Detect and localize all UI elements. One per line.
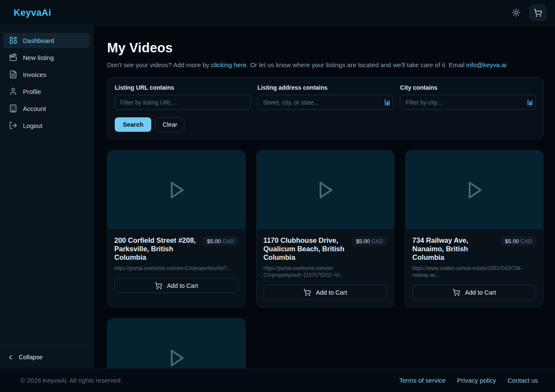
price-amount: $5.00 [356, 238, 370, 244]
listing-title: 1170 Clubhouse Drive, Qualicum Beach, Br… [263, 236, 348, 261]
video-cards-grid: 200 Corfield Street #208, Parksville, Br… [107, 150, 544, 307]
sidebar-item-account[interactable]: Account [3, 101, 90, 116]
sidebar-bottom: Collapse [0, 346, 93, 368]
listing-address-input[interactable] [258, 95, 394, 110]
add-to-cart-label: Add to Cart [316, 289, 347, 296]
video-thumbnail[interactable] [108, 318, 245, 368]
theme-toggle-button[interactable] [508, 5, 524, 20]
price-badge: $5.00 CAD [352, 236, 388, 246]
video-card: 1170 Clubhouse Drive, Qualicum Beach, Br… [256, 150, 395, 307]
clicking-here-link[interactable]: clicking here [211, 61, 246, 68]
listing-url: https://portal.onehome.com/en-CA/propert… [263, 265, 388, 278]
video-thumbnail[interactable] [257, 151, 394, 229]
email-link[interactable]: info@keyva.ai [466, 61, 506, 68]
header-actions [508, 5, 547, 21]
cart-icon [453, 289, 460, 296]
footer-links: Terms of service Privacy policy Contact … [399, 377, 538, 384]
app-header: KeyvaAi [0, 0, 555, 26]
cart-icon [303, 289, 311, 296]
clear-button[interactable]: Clear [155, 117, 184, 132]
price-amount: $5.00 [207, 238, 221, 244]
app-logo[interactable]: KeyvaAi [14, 7, 51, 18]
sidebar-item-label: Dashboard [23, 37, 54, 44]
collapse-label: Collapse [19, 354, 42, 361]
listing-url: https://portal.onehome.com/en-CA/propert… [114, 265, 231, 272]
filter-label: City contains [400, 84, 536, 91]
play-icon [164, 178, 189, 202]
main-content: My Videos Don't see your videos? Add mor… [93, 26, 555, 368]
cart-icon [534, 9, 542, 17]
add-to-cart-label: Add to Cart [465, 289, 496, 296]
price-currency: CAD [371, 238, 383, 244]
price-badge: $5.00 CAD [501, 236, 536, 246]
video-thumbnail[interactable] [108, 151, 245, 229]
sidebar-item-dashboard[interactable]: Dashboard [3, 33, 90, 48]
autofill-bars-icon [385, 99, 390, 105]
cart-icon [155, 282, 162, 290]
description-text: Don't see your videos? Add more by [107, 61, 211, 68]
sidebar-nav: Dashboard New listing Invoices [0, 26, 93, 140]
play-icon [462, 178, 487, 202]
price-currency: CAD [521, 238, 532, 244]
video-card: 734 Railway Ave, Nanaimo, British Columb… [405, 150, 544, 307]
page-footer: © 2026 KeyvaAi. All rights reserved. Ter… [0, 368, 555, 392]
add-to-cart-button[interactable]: Add to Cart [114, 278, 238, 293]
sidebar-item-profile[interactable]: Profile [3, 84, 90, 99]
contact-us-link[interactable]: Contact us [507, 377, 538, 384]
sidebar-item-label: Account [23, 105, 46, 112]
add-to-cart-button[interactable]: Add to Cart [263, 285, 388, 300]
sidebar-item-invoices[interactable]: Invoices [3, 67, 90, 82]
video-cards-grid-row-2 [107, 318, 544, 368]
listing-title: 734 Railway Ave, Nanaimo, British Columb… [412, 236, 496, 261]
play-icon [313, 178, 337, 202]
sidebar-item-label: Logout [23, 122, 42, 129]
sidebar: Dashboard New listing Invoices [0, 26, 93, 368]
dashboard-icon [9, 36, 17, 45]
search-button[interactable]: Search [115, 117, 151, 132]
sidebar-item-label: New listing [23, 54, 54, 61]
video-thumbnail[interactable] [405, 151, 543, 229]
page-title: My Videos [107, 40, 544, 56]
logout-icon [9, 121, 17, 130]
listing-title: 200 Corfield Street #208, Parksville, Br… [114, 236, 198, 261]
listing-url-input[interactable] [115, 95, 251, 110]
terms-of-service-link[interactable]: Terms of service [399, 377, 445, 384]
autofill-bars-icon [527, 99, 532, 105]
page-description: Don't see your videos? Add more by click… [107, 61, 544, 68]
description-text: . Or let us know where your listings are… [246, 61, 466, 68]
filter-field-city: City contains [400, 84, 536, 110]
filter-field-listing-url: Listing URL contains [115, 84, 251, 110]
city-input[interactable] [400, 95, 536, 110]
user-icon [9, 87, 17, 96]
sun-icon [512, 8, 521, 17]
filter-field-listing-address: Listing address contains [258, 84, 394, 110]
add-to-cart-button[interactable]: Add to Cart [412, 285, 536, 300]
sidebar-item-new-listing[interactable]: New listing [3, 50, 90, 65]
play-icon [164, 346, 189, 369]
filter-panel: Listing URL contains Listing address con… [107, 77, 544, 139]
chevron-left-icon [7, 354, 14, 361]
price-currency: CAD [222, 238, 234, 244]
price-amount: $5.00 [505, 238, 519, 244]
building-icon [9, 104, 17, 113]
copyright-text: © 2026 KeyvaAi. All rights reserved. [20, 377, 122, 384]
invoice-icon [9, 70, 17, 79]
sidebar-item-label: Profile [23, 88, 41, 95]
clapperboard-icon [9, 53, 17, 62]
listing-url: https://www.realtor.ca/real-estate/29537… [412, 265, 536, 278]
video-card: 200 Corfield Street #208, Parksville, Br… [107, 150, 246, 307]
video-card [107, 318, 246, 368]
filter-label: Listing URL contains [115, 84, 251, 91]
cart-button[interactable] [530, 5, 547, 21]
price-badge: $5.00 CAD [203, 236, 238, 246]
add-to-cart-label: Add to Cart [167, 282, 198, 289]
filter-label: Listing address contains [258, 84, 394, 91]
privacy-policy-link[interactable]: Privacy policy [457, 377, 496, 384]
sidebar-item-label: Invoices [23, 71, 46, 78]
sidebar-collapse-button[interactable]: Collapse [7, 351, 86, 363]
sidebar-item-logout[interactable]: Logout [3, 118, 90, 133]
